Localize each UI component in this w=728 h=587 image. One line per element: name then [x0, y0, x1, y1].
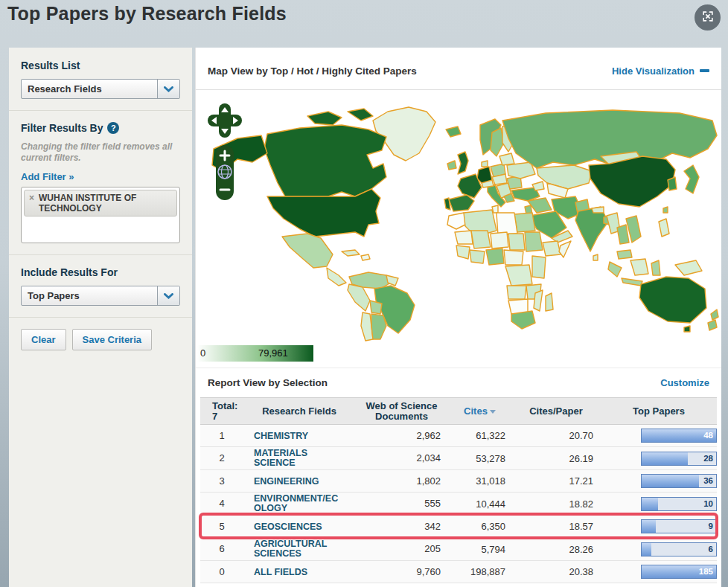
top-papers-bar-fill — [642, 452, 688, 465]
research-field-link[interactable]: MATERIALS SCIENCE — [254, 449, 342, 468]
legend-min-value: 0 — [200, 347, 205, 359]
row-wos-documents: 9,760 — [355, 567, 448, 577]
clear-button[interactable]: Clear — [21, 329, 66, 350]
row-rank: 5 — [200, 522, 243, 532]
main-panel: Map View by Top / Hot / Highly Cited Pap… — [195, 48, 721, 587]
research-field-link[interactable]: ALL FIELDS — [254, 568, 307, 577]
row-field-cell: ALL FIELDS — [243, 567, 355, 577]
research-field-link[interactable]: ENGINEERING — [254, 477, 319, 487]
save-criteria-button[interactable]: Save Criteria — [72, 329, 153, 350]
active-filters-box: × WUHAN INSTITUTE OF TECHNOLOGY — [21, 187, 180, 243]
pan-control — [208, 103, 242, 138]
table-row: 6 AGRICULTURAL SCIENCES 205 5,794 28.26 … — [200, 538, 717, 561]
row-cites-per-paper: 20.38 — [511, 566, 601, 577]
row-top-papers-cell: 36 — [601, 474, 717, 488]
row-cites: 61,322 — [448, 430, 511, 441]
row-rank: 4 — [200, 498, 243, 509]
row-cites: 198,887 — [448, 566, 511, 577]
row-wos-documents: 1,802 — [355, 476, 448, 487]
column-total: Total: 7 — [200, 401, 243, 422]
map-color-legend: 0 79,961 — [197, 345, 313, 362]
filter-hint-text: Changing the filter field removes all cu… — [21, 141, 180, 164]
row-rank: 0 — [200, 567, 243, 577]
customize-link[interactable]: Customize — [660, 377, 709, 388]
world-choropleth-map[interactable]: 0 79,961 — [196, 89, 721, 368]
row-top-papers-cell: 10 — [601, 497, 717, 511]
row-cites-per-paper: 26.19 — [511, 453, 601, 464]
row-cites: 6,350 — [448, 521, 511, 532]
column-cites-sort[interactable]: Cites — [448, 405, 511, 417]
top-papers-bar: 28 — [641, 452, 717, 466]
row-cites: 31,018 — [448, 475, 511, 487]
top-papers-bar-fill — [642, 498, 658, 510]
filters-sidebar: Results List Research Fields Filter Resu… — [9, 48, 192, 587]
row-cites: 53,278 — [448, 453, 511, 464]
row-wos-documents: 2,034 — [355, 453, 448, 463]
filter-chip-label: WUHAN INSTITUTE OF TECHNOLOGY — [39, 193, 172, 214]
row-wos-documents: 342 — [355, 522, 448, 532]
table-body: 1 CHEMISTRY 2,962 61,322 20.70 48 2 MATE… — [200, 425, 717, 583]
row-top-papers-cell: 48 — [601, 429, 717, 443]
row-cites-per-paper: 17.21 — [511, 475, 601, 487]
table-row: 0 ALL FIELDS 9,760 198,887 20.38 185 — [200, 561, 717, 583]
sort-desc-icon — [490, 410, 496, 414]
minus-icon — [700, 69, 709, 72]
hide-visualization-link[interactable]: Hide Visualization — [612, 65, 709, 77]
row-cites-per-paper: 18.57 — [511, 521, 601, 532]
row-cites-per-paper: 28.26 — [511, 544, 601, 555]
row-top-papers-cell: 9 — [601, 519, 717, 533]
row-cites: 5,794 — [448, 544, 511, 555]
top-papers-value: 48 — [703, 431, 713, 440]
include-results-dropdown[interactable]: Top Papers — [21, 286, 180, 306]
column-research-fields: Research Fields — [243, 406, 355, 417]
row-field-cell: GEOSCIENCES — [243, 522, 355, 532]
expand-icon — [700, 9, 715, 26]
table-row: 4 ENVIRONMENT/ECOLOGY 555 10,444 18.82 1… — [200, 493, 717, 516]
row-wos-documents: 2,962 — [355, 431, 448, 441]
help-icon[interactable]: ? — [107, 122, 119, 134]
row-rank: 3 — [200, 476, 243, 487]
table-header-row: Total: 7 Research Fields Web of Science … — [200, 397, 717, 425]
column-cites-per-paper: Cites/Paper — [511, 405, 601, 417]
row-field-cell: ENGINEERING — [243, 476, 355, 487]
research-field-link[interactable]: CHEMISTRY — [254, 432, 308, 441]
add-filter-link[interactable]: Add Filter » — [21, 171, 74, 182]
report-view-title: Report View by Selection — [208, 377, 328, 388]
column-wos-documents: Web of Science Documents — [355, 401, 448, 422]
table-row: 1 CHEMISTRY 2,962 61,322 20.70 48 — [200, 425, 717, 447]
include-results-dropdown-value: Top Papers — [22, 286, 157, 305]
row-rank: 1 — [200, 431, 243, 441]
top-papers-bar-fill — [642, 520, 656, 533]
top-papers-bar: 48 — [641, 429, 717, 443]
research-field-link[interactable]: AGRICULTURAL SCIENCES — [254, 539, 342, 559]
column-top-papers: Top Papers — [601, 405, 717, 417]
top-papers-value: 6 — [709, 545, 713, 554]
research-field-link[interactable]: GEOSCIENCES — [254, 522, 322, 532]
top-papers-bar: 185 — [641, 565, 717, 579]
row-rank: 2 — [200, 453, 243, 463]
world-map-svg — [196, 90, 721, 343]
filter-results-heading: Filter Results By ? — [21, 122, 180, 134]
sidebar-divider — [9, 110, 192, 111]
row-cites: 10,444 — [448, 498, 511, 510]
map-view-title: Map View by Top / Hot / Highly Cited Pap… — [208, 65, 417, 77]
top-papers-value: 10 — [703, 499, 713, 508]
top-papers-bar-fill — [642, 543, 651, 556]
table-row: 3 ENGINEERING 1,802 31,018 17.21 36 — [200, 470, 717, 493]
research-field-link[interactable]: ENVIRONMENT/ECOLOGY — [254, 494, 342, 513]
remove-filter-icon[interactable]: × — [29, 193, 34, 214]
map-controls — [208, 103, 242, 205]
row-top-papers-cell: 6 — [601, 542, 717, 556]
report-table: Total: 7 Research Fields Web of Science … — [200, 397, 717, 583]
chevron-down-icon — [157, 286, 179, 305]
page-header: Top Papers by Research Fields — [0, 0, 728, 48]
top-papers-bar: 9 — [641, 519, 717, 533]
table-row: 5 GEOSCIENCES 342 6,350 18.57 9 — [200, 516, 717, 538]
row-top-papers-cell: 185 — [601, 565, 717, 579]
top-papers-bar-fill — [642, 475, 699, 487]
row-field-cell: AGRICULTURAL SCIENCES — [243, 539, 355, 559]
results-list-dropdown-value: Research Fields — [22, 80, 157, 98]
results-list-dropdown[interactable]: Research Fields — [21, 79, 180, 99]
top-papers-value: 28 — [703, 454, 713, 463]
fullscreen-button[interactable] — [695, 4, 721, 31]
